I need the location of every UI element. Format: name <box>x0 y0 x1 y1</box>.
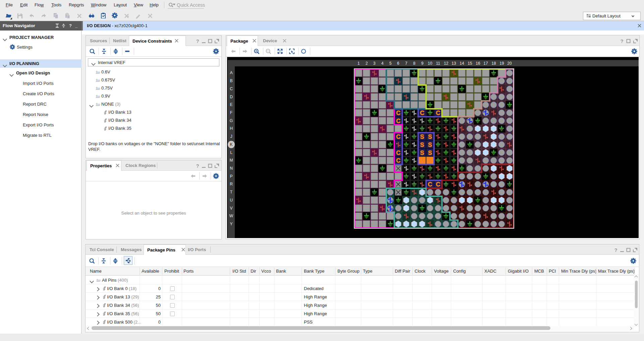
svg-text:C: C <box>396 149 400 156</box>
svg-text:C: C <box>396 110 400 116</box>
svg-text:S: S <box>420 141 424 148</box>
svg-text:C: C <box>436 110 440 116</box>
svg-text:S: S <box>428 141 432 148</box>
svg-text:S: S <box>428 133 432 140</box>
svg-text:C: C <box>420 110 424 116</box>
svg-text:?: ? <box>196 38 199 44</box>
svg-text:S: S <box>420 149 424 156</box>
svg-text:C: C <box>428 181 432 188</box>
svg-text:S: S <box>420 133 424 140</box>
svg-text:S: S <box>428 149 432 156</box>
svg-text:C: C <box>436 181 440 188</box>
svg-text:?: ? <box>196 163 199 169</box>
svg-text:C: C <box>396 133 400 140</box>
svg-text:C: C <box>396 157 400 164</box>
svg-text:?: ? <box>614 247 617 253</box>
svg-text:C: C <box>396 117 400 124</box>
svg-text:?: ? <box>620 38 623 44</box>
